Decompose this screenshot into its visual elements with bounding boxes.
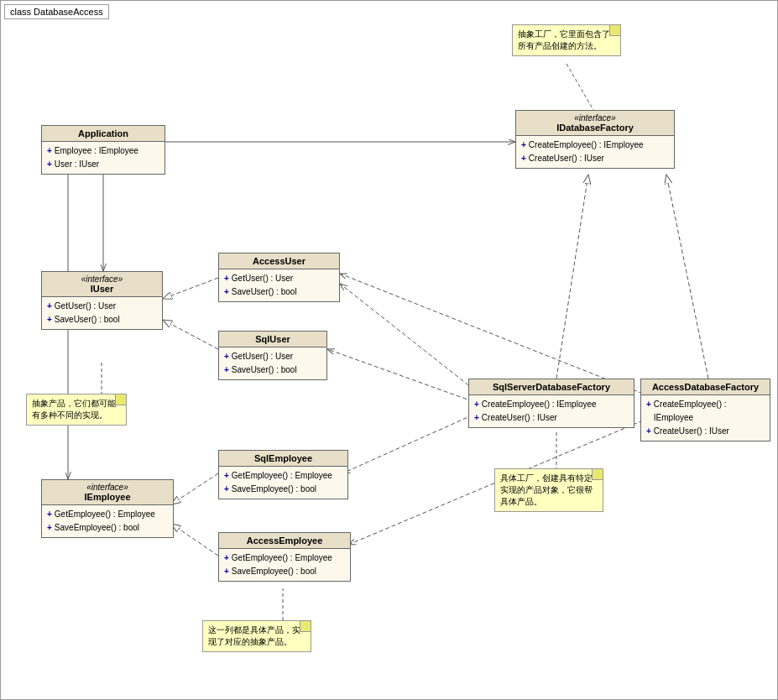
member: + GetEmployee() : Employee [47, 508, 168, 521]
member: + GetUser() : User [224, 350, 321, 363]
svg-line-8 [171, 473, 218, 504]
member: + SaveEmployee() : bool [47, 521, 168, 535]
member: + SaveEmployee() : bool [224, 565, 345, 578]
member: + GetEmployee() : Employee [224, 551, 345, 565]
note-abstract-product: 抽象产品，它们都可能有多种不同的实现。 [26, 394, 127, 426]
member: + CreateEmployee() : IEmployee [646, 398, 765, 425]
class-accessdatabasefactory: AccessDatabaseFactory + CreateEmployee()… [640, 379, 770, 441]
diagram-container: class DatabaseAccess [0, 0, 778, 700]
connector-svg [1, 1, 778, 700]
svg-line-9 [171, 524, 218, 556]
class-iemployee-body: + GetEmployee() : Employee + SaveEmploye… [42, 505, 173, 537]
member: + GetUser() : User [224, 272, 334, 285]
svg-line-7 [666, 175, 708, 379]
class-sqlemployee: SqlEmployee + GetEmployee() : Employee +… [218, 450, 348, 499]
member: + SaveEmployee() : bool [224, 483, 342, 496]
class-idatabasefactory-body: + CreateEmployee() : IEmployee + CreateU… [516, 136, 674, 168]
class-accessdatabasefactory-body: + CreateEmployee() : IEmployee + CreateU… [641, 395, 770, 441]
member: + CreateUser() : IUser [474, 411, 629, 425]
class-application-header: Application [42, 126, 164, 142]
class-idatabasefactory: «interface» IDatabaseFactory + CreateEmp… [515, 110, 675, 169]
svg-line-15 [567, 64, 593, 110]
class-idatabasefactory-header: «interface» IDatabaseFactory [516, 111, 674, 136]
class-sqlserverdatabasefactory-body: + CreateEmployee() : IEmployee + CreateU… [469, 395, 634, 427]
member: + SaveUser() : bool [224, 363, 321, 377]
class-sqlemployee-header: SqlEmployee [219, 451, 347, 467]
class-accessuser-header: AccessUser [219, 253, 339, 269]
member: + Employee : IEmployee [47, 144, 159, 158]
class-accessemployee-header: AccessEmployee [219, 533, 350, 549]
class-iuser: «interface» IUser + GetUser() : User + S… [41, 271, 163, 330]
class-sqlserverdatabasefactory-header: SqlServerDatabaseFactory [469, 379, 634, 395]
class-iuser-header: «interface» IUser [42, 272, 162, 297]
class-iuser-body: + GetUser() : User + SaveUser() : bool [42, 297, 162, 329]
class-application: Application + Employee : IEmployee + Use… [41, 125, 165, 175]
svg-line-11 [327, 349, 479, 404]
member: + GetUser() : User [47, 300, 157, 313]
class-iemployee-header: «interface» IEmployee [42, 480, 173, 505]
svg-line-13 [340, 274, 643, 394]
member: + CreateEmployee() : IEmployee [474, 398, 629, 411]
svg-line-10 [340, 284, 479, 394]
svg-line-12 [342, 412, 479, 473]
note-concrete-product: 这一列都是具体产品，实现了对应的抽象产品。 [202, 620, 311, 652]
member: + CreateUser() : IUser [646, 425, 765, 438]
class-accessuser-body: + GetUser() : User + SaveUser() : bool [219, 269, 339, 301]
class-sqluser-body: + GetUser() : User + SaveUser() : bool [219, 347, 326, 379]
member: + CreateEmployee() : IEmployee [521, 138, 669, 152]
member: + User : IUser [47, 158, 159, 171]
class-accessemployee: AccessEmployee + GetEmployee() : Employe… [218, 532, 351, 582]
svg-line-5 [163, 320, 218, 349]
member: + SaveUser() : bool [47, 313, 157, 326]
class-application-body: + Employee : IEmployee + User : IUser [42, 142, 164, 174]
diagram-title: class DatabaseAccess [4, 4, 109, 19]
note-concrete-factory: 具体工厂，创建具有特定实现的产品对象，它很帮具体产品。 [494, 468, 603, 512]
class-accessdatabasefactory-header: AccessDatabaseFactory [641, 379, 770, 395]
class-sqluser: SqlUser + GetUser() : User + SaveUser() … [218, 331, 327, 380]
class-sqlemployee-body: + GetEmployee() : Employee + SaveEmploye… [219, 467, 347, 499]
class-sqlserverdatabasefactory: SqlServerDatabaseFactory + CreateEmploye… [468, 379, 634, 428]
member: + SaveUser() : bool [224, 285, 334, 299]
note-abstract-factory: 抽象工厂，它里面包含了所有产品创建的方法。 [512, 24, 621, 56]
member: + GetEmployee() : Employee [224, 469, 342, 483]
class-accessemployee-body: + GetEmployee() : Employee + SaveEmploye… [219, 549, 350, 581]
class-accessuser: AccessUser + GetUser() : User + SaveUser… [218, 253, 340, 302]
member: + CreateUser() : IUser [521, 152, 669, 165]
svg-line-4 [163, 278, 218, 299]
class-sqluser-header: SqlUser [219, 332, 326, 347]
class-iemployee: «interface» IEmployee + GetEmployee() : … [41, 479, 174, 538]
svg-line-6 [556, 175, 588, 379]
